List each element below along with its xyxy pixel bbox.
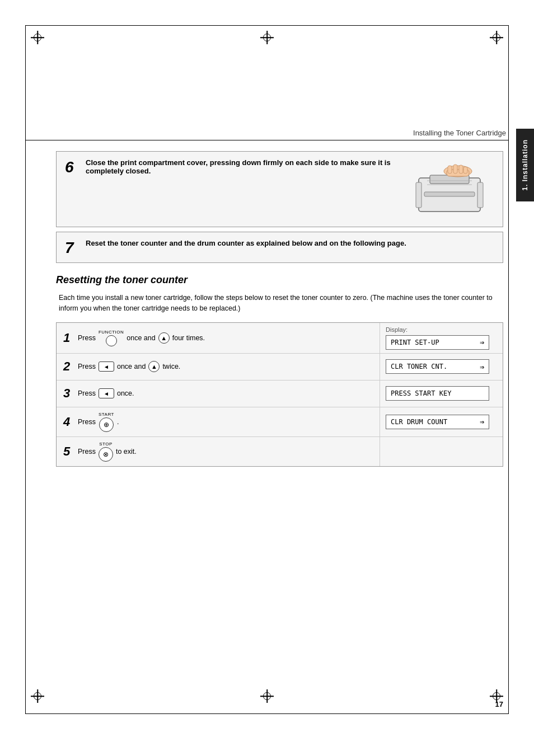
display-box-4: CLR DRUM COUNT ⇒ xyxy=(386,415,489,429)
step3-text: Press ◄ once. xyxy=(78,388,134,398)
up-button-wrapper: ▲ xyxy=(158,332,170,344)
display-arrow-1: ⇒ xyxy=(480,338,484,346)
instr-right-1: Display: PRINT SET-UP ⇒ xyxy=(380,323,503,353)
reg-mark-tl xyxy=(31,31,44,44)
press-label-4: Press xyxy=(78,418,96,426)
step7-box: 7 Reset the toner counter and the drum c… xyxy=(56,232,503,263)
press-label-2: Press xyxy=(78,363,96,370)
border-bottom xyxy=(25,713,509,714)
svg-rect-12 xyxy=(477,182,483,208)
step5-text: Press STOP ⊗ to exit. xyxy=(78,442,137,462)
svg-rect-5 xyxy=(448,166,452,173)
header-divider xyxy=(25,140,509,140)
step7-content: Reset the toner counter and the drum cou… xyxy=(86,239,494,247)
step7-text: Reset the toner counter and the drum cou… xyxy=(86,239,494,247)
exit-label: to exit. xyxy=(116,448,137,456)
instr-row-4: 4 Press START ⊕ . CLR DRUM COUNT ⇒ xyxy=(57,407,503,437)
up-button-icon: ▲ xyxy=(158,332,170,344)
main-content: 6 Close the print compartment cover, pre… xyxy=(56,151,503,689)
step6-image xyxy=(405,158,494,220)
display-text-4: CLR DRUM COUNT xyxy=(391,418,447,426)
display-box-1: PRINT SET-UP ⇒ xyxy=(386,335,489,350)
svg-rect-11 xyxy=(416,182,421,208)
page-header-title: Installing the Toner Cartridge xyxy=(413,129,506,137)
once-and-label: once and xyxy=(127,334,155,342)
step6-number: 6 xyxy=(65,159,77,175)
function-button-icon xyxy=(106,335,117,346)
four-times-label: four times. xyxy=(172,334,205,342)
svg-rect-6 xyxy=(453,165,457,173)
display-box-3: PRESS START KEY xyxy=(386,386,489,401)
instr-left-4: 4 Press START ⊕ . xyxy=(57,407,380,436)
chapter-tab-label: 1. Installation xyxy=(521,139,529,191)
instr-row-1: 1 Press FUNCTION once and ▲ four times. xyxy=(57,323,503,354)
stop-button-wrapper: STOP ⊗ xyxy=(99,442,113,462)
svg-rect-7 xyxy=(459,165,463,173)
step5-num: 5 xyxy=(63,445,73,458)
display-arrow-2: ⇒ xyxy=(480,363,484,371)
start-button-wrapper: START ⊕ xyxy=(99,412,114,432)
period-4: . xyxy=(117,418,119,426)
display-box-2: CLR TONER CNT. ⇒ xyxy=(386,359,489,374)
instr-left-2: 2 Press ◄ once and ▲ twice. xyxy=(57,354,380,380)
instr-right-3: PRESS START KEY xyxy=(380,381,503,407)
svg-rect-1 xyxy=(424,192,475,196)
step1-num: 1 xyxy=(63,332,73,344)
stop-button-icon: ⊗ xyxy=(99,447,113,462)
display-text-2: CLR TONER CNT. xyxy=(391,363,447,370)
start-button-icon: ⊕ xyxy=(99,417,114,432)
instr-right-2: CLR TONER CNT. ⇒ xyxy=(380,354,503,380)
instr-right-4: CLR DRUM COUNT ⇒ xyxy=(380,407,503,436)
border-left xyxy=(25,25,26,714)
border-top xyxy=(25,25,509,26)
twice-label: twice. xyxy=(162,363,180,370)
up-button2-icon: ▲ xyxy=(148,361,160,372)
instructions-table: 1 Press FUNCTION once and ▲ four times. xyxy=(56,322,503,467)
svg-rect-8 xyxy=(463,167,467,173)
display-area-1: Display: PRINT SET-UP ⇒ xyxy=(386,326,489,350)
section-title: Resetting the toner counter xyxy=(56,274,503,286)
instr-left-1: 1 Press FUNCTION once and ▲ four times. xyxy=(57,323,380,353)
step4-text: Press START ⊕ . xyxy=(78,412,119,432)
step6-box: 6 Close the print compartment cover, pre… xyxy=(56,151,503,227)
display-label: Display: xyxy=(386,326,489,333)
display-arrow-4: ⇒ xyxy=(480,417,484,426)
press-label-3: Press xyxy=(78,389,96,397)
menu-button2-icon: ◄ xyxy=(99,388,114,398)
step3-num: 3 xyxy=(63,387,73,400)
border-right xyxy=(508,25,509,714)
once-and-2: once and xyxy=(117,363,146,370)
page-number: 17 xyxy=(495,700,503,708)
step2-num: 2 xyxy=(63,360,73,373)
function-label: FUNCTION xyxy=(99,330,124,335)
step2-text: Press ◄ once and ▲ twice. xyxy=(78,361,180,372)
reg-mark-bl xyxy=(31,689,44,703)
menu-button-icon: ◄ xyxy=(99,361,114,372)
step6-content: Close the print compartment cover, press… xyxy=(86,158,396,175)
printer-svg xyxy=(407,161,491,217)
step4-num: 4 xyxy=(63,416,73,428)
instr-row-2: 2 Press ◄ once and ▲ twice. CLR TONER CN… xyxy=(57,354,503,381)
section-description: Each time you install a new toner cartri… xyxy=(59,293,503,314)
function-button-wrapper: FUNCTION xyxy=(99,330,124,346)
instr-left-5: 5 Press STOP ⊗ to exit. xyxy=(57,437,380,466)
chapter-tab: 1. Installation xyxy=(516,129,534,201)
display-text-3: PRESS START KEY xyxy=(391,389,451,397)
instr-row-5: 5 Press STOP ⊗ to exit. xyxy=(57,437,503,466)
instr-left-3: 3 Press ◄ once. xyxy=(57,381,380,407)
reg-mark-tm xyxy=(260,31,274,44)
step7-number: 7 xyxy=(65,240,77,256)
stop-label: STOP xyxy=(99,442,113,447)
instr-right-5 xyxy=(380,437,503,466)
reg-mark-bm xyxy=(260,689,274,703)
display-text-1: PRINT SET-UP xyxy=(391,339,439,346)
instr-row-3: 3 Press ◄ once. PRESS START KEY xyxy=(57,381,503,407)
press-label-1: Press xyxy=(78,334,96,342)
once-label-3: once. xyxy=(117,389,134,397)
step1-text: Press FUNCTION once and ▲ four times. xyxy=(78,330,205,346)
press-label-5: Press xyxy=(78,448,96,456)
reg-mark-tr xyxy=(490,31,503,44)
start-label: START xyxy=(99,412,114,417)
step6-text: Close the print compartment cover, press… xyxy=(86,158,396,175)
